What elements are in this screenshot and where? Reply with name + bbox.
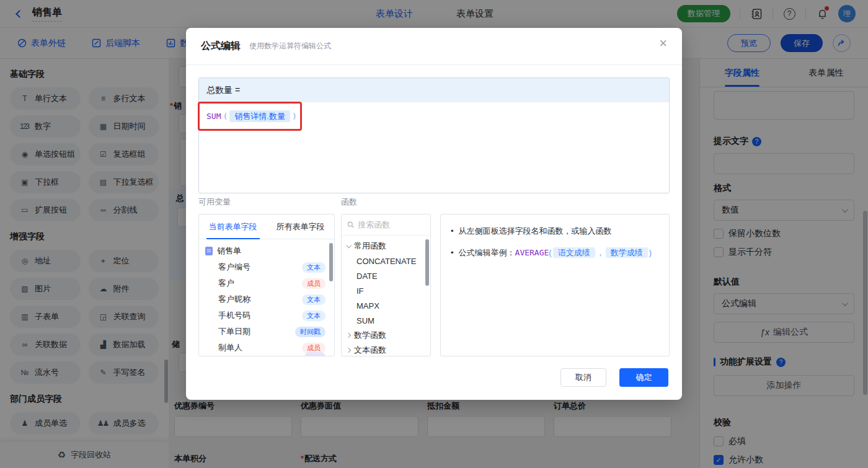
variable-type-chip: 文本 [302, 311, 326, 321]
variable-name: 客户编号 [218, 262, 250, 273]
function-search [342, 214, 430, 236]
formula-input-area[interactable]: SUM(销售详情.数量) [199, 102, 669, 131]
variable-name: 客户昵称 [218, 294, 250, 305]
variables-panel: 当前表单字段所有表单字段 销售单 客户编号 文本 客户 成员 [198, 214, 335, 356]
close-icon[interactable]: × [659, 37, 667, 50]
function-group-text[interactable]: 文本函数 [342, 343, 430, 356]
document-icon [205, 247, 213, 255]
bullet: • [451, 247, 454, 259]
variable-type-chip-clipped [304, 352, 326, 356]
search-icon [347, 221, 354, 229]
modal-header: 公式编辑 使用数学运算符编辑公式 [186, 28, 682, 65]
confirm-button[interactable]: 确定 [619, 368, 668, 387]
modal-title: 公式编辑 [201, 40, 241, 53]
variables-scrollbar[interactable] [329, 243, 333, 281]
chevron-right-icon [346, 348, 351, 353]
example-field-chip: 数学成绩 [606, 247, 648, 258]
function-item[interactable]: SUM [342, 313, 430, 328]
modal-subtitle: 使用数学运算符编辑公式 [249, 41, 331, 51]
tip-line-1: • 从左侧面板选择字段名和函数，或输入函数 [451, 225, 659, 237]
variable-name: 客户 [218, 278, 234, 289]
app: 销售单 表单设计表单设置 数据管理 ? 理 表单外链 [0, 0, 868, 468]
function-search-input[interactable] [358, 220, 425, 229]
variable-type-chip: 文本 [302, 294, 326, 305]
variable-type-chip: 成员 [302, 278, 326, 289]
variable-type-chip: 文本 [302, 262, 326, 273]
客户编号[interactable]: 客户编号 文本 [199, 259, 334, 275]
variables-tree-root[interactable]: 销售单 [199, 243, 334, 259]
bullet: • [451, 225, 454, 237]
functions-panel: 常用函数 CONCATENATEDATEIFMAPXSUM 数学函数 文本函数 [341, 214, 431, 356]
variable-type-chip: 时间戳 [295, 327, 326, 337]
modal-footer: 取消 确定 [560, 368, 668, 387]
function-group-common[interactable]: 常用函数 [342, 239, 430, 254]
function-item[interactable]: DATE [342, 268, 430, 283]
variables-tabs: 当前表单字段所有表单字段 [199, 214, 334, 239]
variable-name: 下单日期 [218, 326, 250, 337]
chevron-right-icon [346, 333, 351, 338]
example-function: AVERAGE [515, 248, 549, 257]
variables-list: 客户编号 文本 客户 成员 客户昵称 文本 手机号码 [199, 259, 334, 356]
example-field-chip: 语文成绩 [553, 247, 595, 258]
下单日期[interactable]: 下单日期 时间戳 [199, 324, 334, 340]
field-token-chip[interactable]: 销售详情.数量 [229, 110, 290, 122]
客户昵称[interactable]: 客户昵称 文本 [199, 291, 334, 307]
formula-editor: 总数量 = SUM(销售详情.数量) [198, 77, 670, 193]
variable-name: 手机号码 [218, 310, 250, 321]
function-item[interactable]: MAPX [342, 298, 430, 313]
variable-type-chip: 成员 [302, 343, 326, 353]
functions-panel-label: 函数 [341, 196, 357, 208]
common-function-list: CONCATENATEDATEIFMAPXSUM [342, 254, 430, 328]
formula-function: SUM [206, 112, 221, 121]
chevron-down-icon [346, 243, 351, 248]
tip-line-2: • 公式编辑举例：AVERAGE(语文成绩，数学成绩) [451, 247, 659, 259]
客户[interactable]: 客户 成员 [199, 275, 334, 291]
variables-panel-label: 可用变量 [198, 196, 231, 208]
手机号码[interactable]: 手机号码 文本 [199, 307, 334, 324]
function-group-math[interactable]: 数学函数 [342, 328, 430, 343]
variables-tab[interactable]: 当前表单字段 [199, 214, 267, 239]
function-item[interactable]: CONCATENATE [342, 254, 430, 268]
cancel-button[interactable]: 取消 [560, 368, 606, 387]
formula-edit-modal: 公式编辑 使用数学运算符编辑公式 × 总数量 = SUM(销售详情.数量) 可用… [186, 28, 682, 400]
tips-panel: • 从左侧面板选择字段名和函数，或输入函数 • 公式编辑举例：AVERAGE(语… [440, 214, 670, 356]
function-item[interactable]: IF [342, 283, 430, 298]
variables-tab[interactable]: 所有表单字段 [267, 214, 334, 239]
functions-scrollbar[interactable] [425, 239, 429, 286]
variable-name: 制单人 [218, 342, 242, 353]
formula-target: 总数量 = [199, 78, 669, 102]
